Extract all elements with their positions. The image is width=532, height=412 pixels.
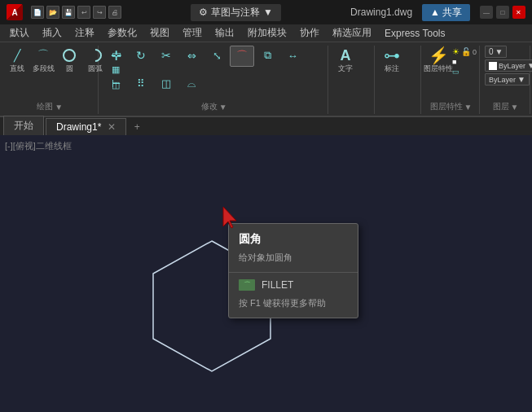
- app-icon: A: [7, 4, 23, 20]
- color-label: ByLayer: [499, 62, 525, 70]
- tab-new[interactable]: +: [128, 119, 147, 135]
- menu-featured[interactable]: 精选应用: [326, 24, 378, 42]
- title-bar-left: A 📄 📂 💾 ↩ ↪ 🖨: [7, 4, 121, 20]
- qa-undo[interactable]: ↩: [77, 6, 90, 19]
- menu-bar: 默认 插入 注释 参数化 视图 管理 输出 附加模块 协作 精选应用 Expre…: [0, 24, 532, 42]
- dim-icon: ⊶: [384, 47, 400, 64]
- move-icon: ✛: [108, 47, 124, 64]
- tool-text[interactable]: A 文字: [333, 46, 358, 76]
- ribbon-group-layers: 0 ▼ ByLayer ▼ ByLayer ▼ 图层 ▼: [481, 46, 530, 114]
- title-bar-right: Drawing1.dwg ▲ 共享 — □ ✕: [350, 4, 525, 21]
- layer-color-row[interactable]: ☀ 🔓 0: [452, 47, 477, 56]
- stretch-icon: ↔: [284, 47, 301, 64]
- workspace-icon: ⚙: [199, 7, 208, 18]
- draw-expand-icon: ▼: [55, 103, 63, 112]
- tool-rotate[interactable]: ↻: [129, 46, 153, 65]
- tooltip-fillet-row: ⌒ FILLET: [229, 276, 358, 294]
- mirror-icon: ⇔: [183, 47, 200, 64]
- fillet-label: FILLET: [262, 279, 293, 291]
- tool-layer-props[interactable]: ⚡ 图层特性: [426, 46, 451, 76]
- ribbon-group-dim: ⊶ 标注: [376, 46, 421, 114]
- menu-parametric[interactable]: 参数化: [101, 24, 143, 42]
- ribbon-group-modify-label[interactable]: 修改 ▼: [103, 99, 324, 114]
- offset-icon: ◫: [158, 76, 174, 92]
- qa-print[interactable]: 🖨: [108, 6, 121, 19]
- menu-collaborate[interactable]: 协作: [293, 24, 326, 42]
- tool-circle[interactable]: 圆: [57, 46, 81, 76]
- lock-icon: 🔓: [461, 47, 471, 56]
- qa-open[interactable]: 📂: [46, 6, 59, 19]
- tool-offset[interactable]: ◫: [154, 74, 178, 94]
- circle-label: 圆: [66, 64, 73, 74]
- qa-new[interactable]: 📄: [31, 6, 44, 19]
- fillet-icon: ⌒: [234, 48, 250, 64]
- tool-dim[interactable]: ⊶ 标注: [380, 46, 404, 76]
- quick-access-toolbar: 📄 📂 💾 ↩ ↪ 🖨: [31, 6, 121, 19]
- tool-fillet[interactable]: ⌒: [230, 46, 254, 67]
- tool-array[interactable]: ⠿: [129, 74, 153, 94]
- workspace-dropdown-top[interactable]: ⚙ 草图与注释 ▼: [191, 4, 281, 21]
- cursor-svg: [222, 205, 238, 230]
- layer-sm-icon: ▭: [452, 68, 459, 76]
- lineweight-row[interactable]: ByLayer ▼: [485, 73, 530, 85]
- tool-move[interactable]: ✛: [103, 46, 128, 65]
- tooltip-help: 按 F1 键获得更多帮助: [229, 294, 358, 313]
- tool-trim[interactable]: ✂: [154, 46, 178, 65]
- linetype-row[interactable]: ByLayer ▼: [485, 59, 532, 72]
- tool-copy[interactable]: ⧉: [255, 46, 279, 65]
- menu-view[interactable]: 视图: [143, 24, 176, 42]
- layer-chevron: ▼: [495, 47, 503, 56]
- tool-extend[interactable]: ⊢: [103, 74, 128, 94]
- tooltip-popup: 圆角 给对象加圆角 ⌒ FILLET 按 F1 键获得更多帮助: [228, 223, 358, 318]
- fillet-small-icon: ⌒: [239, 279, 255, 291]
- menu-manage[interactable]: 管理: [176, 24, 209, 42]
- layer-props-icon: ⚡: [430, 47, 446, 64]
- text-label: 文字: [338, 64, 353, 74]
- tab-drawing1[interactable]: Drawing1* ✕: [46, 118, 126, 135]
- tool-scale[interactable]: ⤡: [204, 46, 229, 65]
- tool-polyline[interactable]: ⌒ 多段线: [31, 46, 55, 76]
- qa-save[interactable]: 💾: [62, 6, 75, 19]
- share-button[interactable]: ▲ 共享: [422, 4, 470, 21]
- menu-default[interactable]: 默认: [3, 24, 36, 42]
- rotate-icon: ↻: [133, 47, 149, 64]
- tab-start[interactable]: 开始: [3, 116, 44, 135]
- layer-name: 0: [489, 47, 494, 56]
- ribbon-content: ╱ 直线 ⌒ 多段线 圆 圆弧 ▭: [0, 42, 532, 116]
- layer-row3[interactable]: ▭: [452, 68, 477, 76]
- lineweight-chevron: ▼: [517, 75, 525, 84]
- tooltip-description: 给对象加圆角: [229, 250, 358, 269]
- window-title: Drawing1.dwg: [350, 7, 412, 18]
- ribbon-group-draw-label[interactable]: 绘图 ▼: [5, 99, 95, 114]
- minimize-button[interactable]: —: [480, 6, 493, 19]
- ribbon-group-layer-label[interactable]: 图层特性 ▼: [426, 99, 476, 114]
- tool-line[interactable]: ╱ 直线: [5, 46, 29, 76]
- tool-mirror[interactable]: ⇔: [179, 46, 204, 65]
- circle-icon: [61, 47, 77, 64]
- menu-insert[interactable]: 插入: [36, 24, 68, 42]
- canvas-area: [-][俯视]二维线框 圆角 给对象加圆角 ⌒ FILLET 按 F1 键获得更…: [0, 135, 532, 412]
- chamfer-icon: ⌓: [183, 76, 200, 92]
- view-label: [-][俯视]二维线框: [5, 140, 72, 152]
- qa-redo[interactable]: ↪: [93, 6, 106, 19]
- tool-stretch[interactable]: ↔: [280, 46, 305, 65]
- maximize-button[interactable]: □: [496, 6, 509, 19]
- layer-expand-icon: ▼: [464, 103, 473, 112]
- ribbon-group-layers-label[interactable]: 图层 ▼: [485, 99, 526, 114]
- close-button[interactable]: ✕: [512, 6, 525, 19]
- color-chevron: ▼: [527, 61, 532, 70]
- layer-dropdown-row[interactable]: 0 ▼: [485, 46, 507, 58]
- tool-chamfer[interactable]: ⌓: [179, 74, 204, 94]
- title-bar: A 📄 📂 💾 ↩ ↪ 🖨 ⚙ 草图与注释 ▼ Drawing1.dwg ▲ 共…: [0, 0, 532, 24]
- sun-icon: ☀: [452, 47, 459, 56]
- tab-drawing1-close[interactable]: ✕: [108, 121, 116, 133]
- menu-annotate[interactable]: 注释: [68, 24, 101, 42]
- workspace-chevron: ▼: [263, 7, 273, 18]
- menu-addons[interactable]: 附加模块: [241, 24, 293, 42]
- lineweight-label: ByLayer: [489, 76, 516, 84]
- ribbon-group-dim-content: ⊶ 标注: [380, 46, 417, 111]
- menu-express-tools[interactable]: Express Tools: [378, 26, 451, 41]
- layer-row2[interactable]: ■: [452, 58, 477, 66]
- menu-output[interactable]: 输出: [209, 24, 241, 42]
- ribbon-group-text: A 文字: [330, 46, 375, 114]
